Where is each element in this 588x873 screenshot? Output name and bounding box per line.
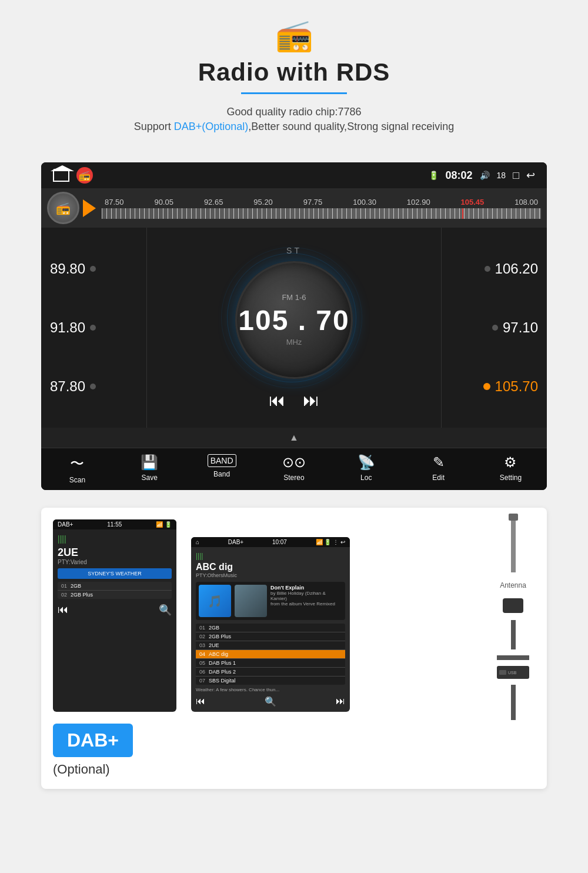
- toolbar-setting[interactable]: ⚙ Setting: [481, 454, 540, 484]
- phone1-icons: 📶 🔋: [156, 521, 172, 528]
- toolbar-band[interactable]: BAND Band: [192, 454, 251, 484]
- page-title: Radio with RDS: [198, 58, 390, 86]
- preset-right-3[interactable]: 105.70: [450, 378, 538, 395]
- phone1-body: |||| 2UE PTY:Varied SYDNEY'S WEATHER 01 …: [53, 529, 176, 621]
- slide-indicator: ▲: [41, 428, 547, 448]
- cable-tail: [511, 685, 516, 720]
- next-button[interactable]: ⏭: [303, 391, 319, 410]
- preset-freq-2: 91.80: [50, 319, 85, 336]
- toolbar-scan[interactable]: 〜 Scan: [48, 454, 106, 484]
- phone2-icons: 📶 🔋 ⋮ ↩: [316, 539, 345, 545]
- tuner-circle[interactable]: FM 1-6 105 . 70 MHz: [235, 261, 353, 379]
- center-display: ST FM 1-6 105 . 70 MHz ⏮ ⏭: [147, 228, 441, 428]
- freq-scale: 87.50 90.05 92.65 95.20 97.75 100.30 102…: [102, 198, 541, 219]
- home-button[interactable]: [53, 169, 69, 182]
- search-icon-2[interactable]: 🔍: [265, 696, 276, 707]
- phone2-station: ABC dig: [196, 562, 345, 572]
- track-info: Don't Explain by Billie Holiday (Dzihan …: [270, 585, 342, 617]
- phone1-pty: PTY:Varied: [58, 559, 172, 565]
- track-title: Don't Explain: [270, 585, 342, 591]
- loc-label: Loc: [360, 474, 372, 482]
- phone2-pty: PTY:OthersMusic: [196, 572, 345, 578]
- dab-phone-1: DAB+ 11:55 📶 🔋 |||| 2UE PTY:Varied SYDNE…: [53, 519, 176, 712]
- nav-controls: ⏮ ⏭: [269, 391, 319, 410]
- status-right: 🔋 08:02 🔊 18 □ ↩: [429, 169, 536, 182]
- weather-info: Weather: A few showers. Chance thun...: [196, 687, 345, 692]
- signal-icon: □: [513, 169, 519, 182]
- album-art-area: 🎵 Don't Explain by Billie Holiday (Dziha…: [196, 582, 345, 620]
- ch-num: 02: [61, 592, 67, 598]
- freq-mark-6: 100.30: [353, 198, 376, 206]
- preset-right-1[interactable]: 106.20: [450, 261, 538, 277]
- subtitle-suffix: ,Better sound quality,Strong signal rece…: [248, 121, 454, 132]
- back-icon[interactable]: ↩: [526, 169, 535, 182]
- title-underline: [241, 92, 347, 94]
- channel-list-2: 012GB 022GB Plus 032UE 04ABC dig 05DAB P…: [196, 624, 345, 685]
- phone2-time: 10:07: [272, 539, 287, 545]
- freq-mark-4: 95.20: [253, 198, 273, 206]
- frequency-bar: 📻 87.50 90.05 92.65 95.20 97.75 100.30 1…: [41, 188, 547, 228]
- stereo-icon: ⊙⊙: [282, 454, 306, 471]
- subtitle-dab: Support DAB+(Optional),Better sound qual…: [134, 121, 454, 133]
- app-icon[interactable]: 📻: [76, 167, 93, 184]
- prev-button[interactable]: ⏮: [269, 391, 285, 410]
- preset-freq-r3-active: 105.70: [495, 378, 538, 395]
- freq-arrow: [83, 199, 96, 217]
- dab-optional-link[interactable]: DAB+(Optional): [174, 121, 249, 132]
- freq-numbers: 87.50 90.05 92.65 95.20 97.75 100.30 102…: [102, 198, 541, 206]
- chevron-up-icon: ▲: [289, 432, 299, 443]
- preset-freq-r2: 97.10: [503, 319, 538, 336]
- freq-position-indicator: [462, 208, 463, 219]
- band-label: Band: [213, 470, 230, 478]
- ch-row-07: 07SBS Digital: [196, 677, 345, 685]
- dab-phone-2: ⌂ DAB+ 10:07 📶 🔋 ⋮ ↩ |||| ABC dig PTY:Ot…: [191, 537, 350, 712]
- phone1-station: 2UE: [58, 547, 172, 559]
- dab-screenshots: DAB+ 11:55 📶 🔋 |||| 2UE PTY:Varied SYDNE…: [53, 519, 535, 712]
- preset-left-1[interactable]: 89.80: [50, 261, 138, 277]
- radio-screen: 📻 🔋 08:02 🔊 18 □ ↩ 📻 87.50 90.05 92.65 9…: [41, 162, 547, 490]
- search-icon[interactable]: 🔍: [159, 604, 172, 617]
- freq-mark-9: 108.00: [514, 198, 538, 206]
- radio-icon: 📻: [275, 18, 313, 54]
- preset-dot-1: [90, 266, 96, 272]
- subtitle-prefix: Support: [134, 121, 174, 132]
- freq-display: 105 . 70: [238, 304, 349, 336]
- edit-label: Edit: [432, 474, 445, 482]
- prev-icon-2[interactable]: ⏮: [196, 696, 205, 707]
- save-icon: 💾: [141, 454, 158, 471]
- phone2-controls: ⏮ 🔍 ⏭: [196, 696, 345, 707]
- toolbar-loc[interactable]: 📡 Loc: [337, 454, 396, 484]
- ch-num: 01: [61, 583, 67, 589]
- preset-right-2[interactable]: 97.10: [450, 319, 538, 336]
- track-album: from the album Verve Remixed: [270, 601, 342, 607]
- setting-icon: ⚙: [504, 454, 517, 471]
- phone2-signal: ||||: [196, 552, 345, 560]
- preset-left-2[interactable]: 91.80: [50, 319, 138, 336]
- tuner-knob[interactable]: 📻: [47, 192, 79, 224]
- toolbar-stereo[interactable]: ⊙⊙ Stereo: [265, 454, 323, 484]
- dab-badge-section: DAB+ (Optional): [53, 724, 535, 777]
- prev-icon[interactable]: ⏮: [58, 604, 68, 617]
- antenna-label: Antenna: [500, 581, 526, 589]
- preset-dot-3: [90, 384, 96, 389]
- track-artist: by Billie Holiday (Dzihan & Kamier): [270, 591, 342, 601]
- phone2-title: DAB+: [228, 539, 243, 545]
- channel-list-1: 01 2GB 02 2GB Plus: [58, 582, 172, 599]
- toolbar-edit[interactable]: ✎ Edit: [409, 454, 468, 484]
- channel-label: FM 1-6: [282, 293, 306, 302]
- header-section: 📻 Radio with RDS Good quality radio chip…: [0, 0, 588, 145]
- dab-section: DAB+ 11:55 📶 🔋 |||| 2UE PTY:Varied SYDNE…: [41, 508, 547, 789]
- freq-mark-1: 87.50: [105, 198, 124, 206]
- scan-label: Scan: [69, 476, 85, 484]
- preset-dot-r1: [485, 266, 490, 272]
- ch-row-01: 012GB: [196, 624, 345, 632]
- ch-row-04-active: 04ABC dig: [196, 650, 345, 659]
- freq-mark-7: 102.90: [407, 198, 430, 206]
- preset-freq-1: 89.80: [50, 261, 85, 277]
- next-icon-2[interactable]: ⏭: [336, 696, 345, 707]
- battery-number: 18: [497, 171, 506, 180]
- radio-main: 89.80 91.80 87.80 ST FM 1-6 105 . 70: [41, 228, 547, 428]
- signal-bars-2: ||||: [196, 552, 203, 560]
- preset-left-3[interactable]: 87.80: [50, 378, 138, 395]
- toolbar-save[interactable]: 💾 Save: [120, 454, 179, 484]
